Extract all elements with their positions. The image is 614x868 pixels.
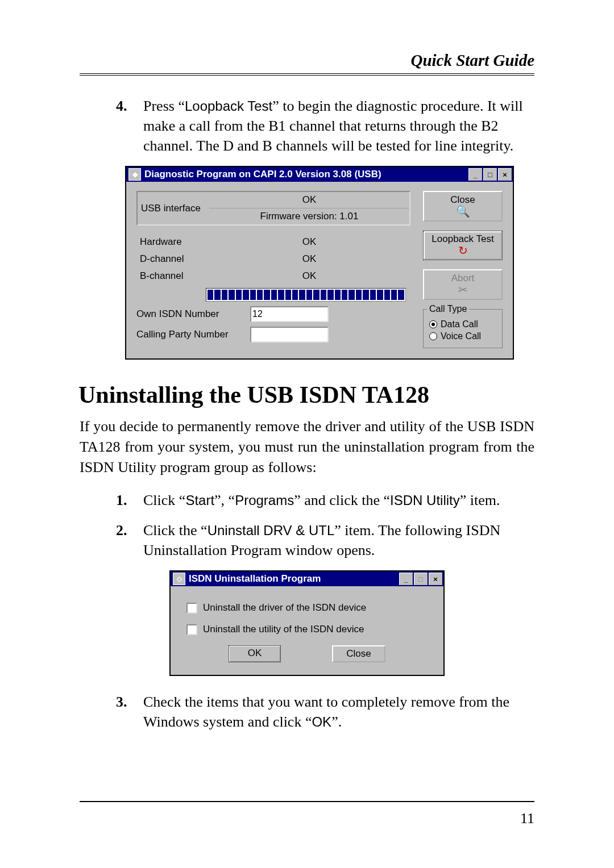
checkbox-uninstall-driver[interactable]: Uninstall the driver of the ISDN device — [186, 602, 428, 614]
step-2: 2. Click the “Uninstall DRV & UTL” item.… — [116, 520, 534, 560]
own-isdn-row: Own ISDN Number — [136, 306, 410, 322]
loopback-icon: ↻ — [425, 245, 501, 256]
button-label: Abort — [425, 273, 500, 284]
calling-party-row: Calling Party Number — [136, 327, 410, 343]
value: OK — [208, 253, 410, 265]
titlebar: ◇ ISDN Uninstallation Program _ □ × — [171, 571, 443, 586]
step-number: 1. — [116, 490, 143, 510]
radio-label: Voice Call — [441, 331, 481, 341]
own-isdn-label: Own ISDN Number — [136, 308, 250, 320]
intro-paragraph: If you decide to permanently remove the … — [80, 416, 534, 478]
radio-icon — [429, 332, 437, 340]
call-type-group: Call Type Data Call Voice Call — [423, 309, 503, 348]
text: Press “ — [143, 98, 185, 114]
radio-label: Data Call — [441, 319, 478, 329]
calling-party-label: Calling Party Number — [136, 329, 250, 340]
ok-label: OK — [312, 714, 331, 729]
step-number: 3. — [116, 692, 143, 732]
usb-interface-panel: USB interface OK Firmware version: 1.01 — [136, 191, 410, 226]
abort-button[interactable]: Abort ✂ — [423, 269, 503, 300]
step-number: 4. — [116, 96, 143, 156]
status-grid: Hardware OK D-channel OK B-channel OK — [136, 233, 410, 302]
uninstallation-window: ◇ ISDN Uninstallation Program _ □ × Unin… — [169, 570, 445, 676]
row-dchannel: D-channel OK — [136, 251, 410, 268]
row-hardware: Hardware OK — [136, 233, 410, 251]
label: D-channel — [136, 253, 208, 265]
step-text: Click “Start”, “Programs” and click the … — [143, 490, 534, 510]
text: ” item. — [460, 492, 500, 508]
loopback-test-button[interactable]: Loopback Test ↻ — [423, 231, 503, 260]
step-text: Check the items that you want to complet… — [143, 692, 534, 732]
usb-status: OK — [209, 192, 409, 208]
programs-label: Programs — [235, 493, 294, 508]
button-label: Close — [425, 194, 500, 206]
step-text: Click the “Uninstall DRV & UTL” item. Th… — [143, 520, 534, 560]
own-isdn-input[interactable] — [250, 306, 329, 322]
text: ” and click the “ — [294, 492, 390, 508]
checkbox-icon — [186, 603, 197, 614]
close-button[interactable]: × — [498, 168, 512, 181]
loopback-label: Loopback Test — [185, 98, 272, 114]
step-number: 2. — [116, 520, 143, 560]
text: ”, “ — [214, 492, 235, 508]
close-button[interactable]: × — [429, 573, 442, 585]
checkbox-icon — [186, 624, 197, 635]
checkbox-uninstall-utility[interactable]: Uninstall the utility of the ISDN device — [186, 624, 428, 635]
abort-icon: ✂ — [425, 284, 500, 295]
calling-party-input[interactable] — [250, 327, 329, 343]
radio-data-call[interactable]: Data Call — [429, 319, 496, 329]
titlebar: ◆ Diagnostic Program on CAPI 2.0 Version… — [126, 167, 513, 182]
close-icon: 🔍 — [425, 206, 500, 217]
footer-rule — [80, 801, 534, 802]
window-title: Diagnostic Program on CAPI 2.0 Version 3… — [143, 169, 468, 180]
checkbox-label: Uninstall the utility of the ISDN device — [203, 624, 364, 635]
value: OK — [208, 270, 410, 282]
maximize-button: □ — [414, 573, 428, 585]
section-heading: Uninstalling the USB ISDN TA128 — [78, 381, 534, 408]
minimize-button[interactable]: _ — [399, 573, 413, 585]
minimize-button[interactable]: _ — [468, 168, 482, 181]
page-header: Quick Start Guide — [80, 51, 534, 73]
step-1: 1. Click “Start”, “Programs” and click t… — [116, 490, 534, 510]
step-3: 3. Check the items that you want to comp… — [116, 692, 534, 732]
progress-bar — [206, 288, 406, 302]
start-label: Start — [185, 493, 214, 508]
checkbox-label: Uninstall the driver of the ISDN device — [203, 602, 366, 614]
text: Click the “ — [143, 522, 208, 539]
usb-label: USB interface — [138, 192, 209, 224]
window-title: ISDN Uninstallation Program — [188, 573, 399, 585]
button-label: Loopback Test — [425, 233, 501, 245]
maximize-button[interactable]: □ — [483, 168, 497, 181]
close-action-button[interactable]: Close — [332, 645, 385, 662]
diagnostic-window: ◆ Diagnostic Program on CAPI 2.0 Version… — [125, 166, 514, 360]
header-rule — [80, 73, 534, 76]
text: Click “ — [143, 492, 185, 508]
uninstall-label: Uninstall DRV & UTL — [208, 523, 335, 538]
app-icon: ◆ — [128, 168, 141, 181]
page-number: 11 — [520, 810, 534, 827]
step-4: 4. Press “Loopback Test” to begin the di… — [116, 96, 534, 156]
isdn-utility-label: ISDN Utility — [390, 493, 460, 508]
radio-voice-call[interactable]: Voice Call — [429, 331, 496, 341]
group-legend: Call Type — [427, 304, 469, 314]
close-action-button[interactable]: Close 🔍 — [423, 191, 503, 222]
ok-button[interactable]: OK — [229, 645, 281, 662]
app-icon: ◇ — [173, 573, 185, 585]
row-bchannel: B-channel OK — [136, 268, 410, 285]
step-text: Press “Loopback Test” to begin the diagn… — [143, 96, 534, 156]
value: OK — [208, 236, 410, 248]
label: Hardware — [136, 236, 208, 248]
firmware-version: Firmware version: 1.01 — [209, 208, 409, 224]
label: B-channel — [136, 270, 208, 282]
text: ”. — [331, 713, 342, 730]
radio-icon — [429, 320, 437, 328]
